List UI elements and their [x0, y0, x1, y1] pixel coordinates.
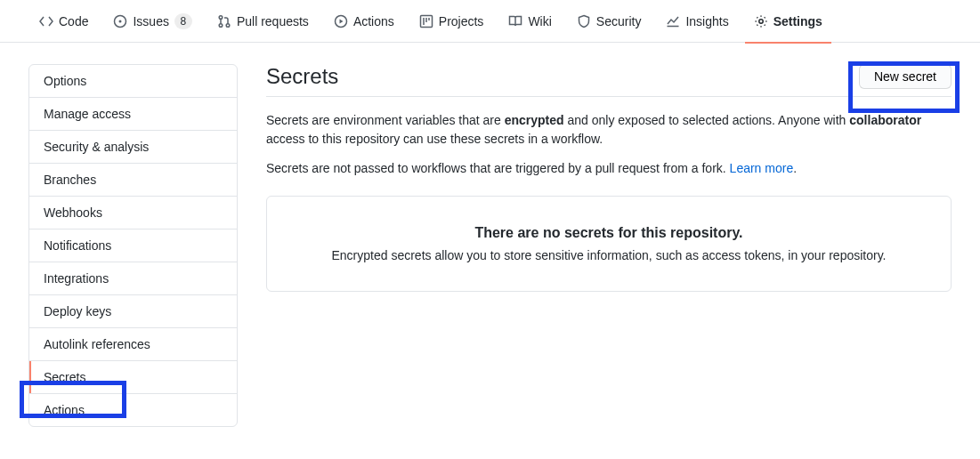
issues-count: 8: [174, 13, 192, 29]
tab-label: Insights: [685, 14, 728, 28]
tab-label: Wiki: [528, 14, 551, 28]
sidebar-item-label: Branches: [44, 173, 96, 187]
page-header: Secrets New secret: [266, 64, 952, 97]
tab-settings[interactable]: Settings: [743, 0, 833, 43]
sidebar-item-label: Secrets: [44, 370, 85, 384]
sidebar-item-label: Notifications: [44, 238, 111, 253]
page-title: Secrets: [266, 64, 338, 89]
tab-security[interactable]: Security: [566, 0, 652, 43]
tab-pull-requests[interactable]: Pull requests: [207, 0, 320, 43]
pull-request-icon: [217, 14, 231, 28]
issue-icon: [113, 14, 127, 28]
sidebar-item-label: Options: [44, 74, 86, 88]
tab-actions[interactable]: Actions: [323, 0, 405, 43]
empty-state-text: Encrypted secrets allow you to store sen…: [288, 248, 929, 262]
new-secret-button[interactable]: New secret: [859, 64, 952, 89]
graph-icon: [666, 14, 680, 28]
learn-more-link[interactable]: Learn more: [730, 161, 794, 175]
sidebar-item-security-analysis[interactable]: Security & analysis: [29, 131, 237, 164]
project-icon: [419, 14, 433, 28]
tab-label: Pull requests: [237, 14, 309, 28]
tab-wiki[interactable]: Wiki: [498, 0, 562, 43]
main-content: Secrets New secret Secrets are environme…: [266, 64, 952, 292]
settings-sidebar: Options Manage access Security & analysi…: [28, 64, 238, 427]
tab-label: Settings: [773, 14, 822, 28]
tab-issues[interactable]: Issues 8: [102, 0, 202, 43]
sidebar-item-label: Manage access: [44, 107, 131, 121]
sidebar-item-integrations[interactable]: Integrations: [29, 262, 237, 295]
sidebar-item-options[interactable]: Options: [29, 65, 237, 98]
sidebar-item-label: Deploy keys: [44, 304, 111, 318]
sidebar-item-label: Autolink references: [44, 337, 150, 351]
sidebar-item-webhooks[interactable]: Webhooks: [29, 197, 237, 230]
empty-state-title: There are no secrets for this repository…: [288, 225, 929, 241]
repo-topnav: Code Issues 8 Pull requests Actions Proj…: [0, 0, 980, 43]
svg-point-3: [219, 23, 223, 27]
gear-icon: [754, 14, 768, 28]
secrets-description-2: Secrets are not passed to workflows that…: [266, 159, 952, 178]
secrets-description-1: Secrets are environment variables that a…: [266, 111, 952, 149]
shield-icon: [577, 14, 591, 28]
book-icon: [508, 14, 522, 28]
sidebar-item-manage-access[interactable]: Manage access: [29, 98, 237, 131]
tab-label: Projects: [439, 14, 484, 28]
svg-point-7: [758, 19, 762, 22]
tab-label: Actions: [353, 14, 394, 28]
sidebar-item-secrets[interactable]: Secrets: [29, 361, 237, 394]
tab-insights[interactable]: Insights: [655, 0, 739, 43]
play-icon: [334, 14, 348, 28]
empty-state: There are no secrets for this repository…: [266, 196, 952, 292]
tab-code[interactable]: Code: [28, 0, 99, 43]
sidebar-item-deploy-keys[interactable]: Deploy keys: [29, 295, 237, 328]
svg-point-1: [119, 20, 122, 22]
sidebar-item-notifications[interactable]: Notifications: [29, 230, 237, 262]
sidebar-item-label: Integrations: [44, 271, 109, 286]
tab-label: Code: [59, 14, 88, 28]
svg-point-4: [226, 23, 230, 27]
sidebar-item-branches[interactable]: Branches: [29, 164, 237, 197]
sidebar-item-label: Security & analysis: [44, 140, 149, 154]
tab-projects[interactable]: Projects: [409, 0, 495, 43]
tab-label: Security: [596, 14, 642, 28]
code-icon: [39, 14, 53, 28]
svg-point-2: [219, 15, 223, 19]
sidebar-item-actions[interactable]: Actions: [29, 394, 237, 426]
sidebar-item-label: Webhooks: [44, 205, 102, 220]
sidebar-item-autolink-references[interactable]: Autolink references: [29, 328, 237, 361]
sidebar-item-label: Actions: [44, 403, 85, 417]
tab-label: Issues: [133, 14, 168, 28]
